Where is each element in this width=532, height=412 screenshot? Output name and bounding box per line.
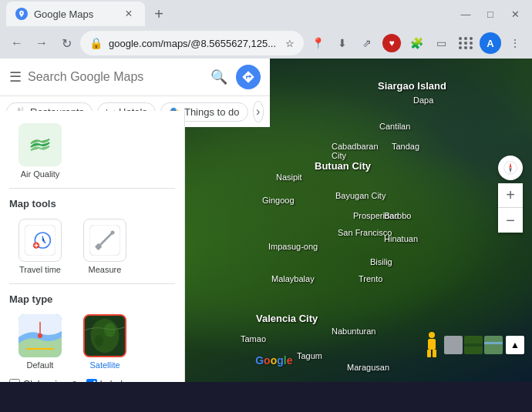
tab-groups-icon[interactable]: ▭	[430, 32, 452, 54]
city-label-cabadbaran: CabadbaranCity	[332, 142, 379, 160]
map-type-row: Default Satellite	[9, 311, 175, 373]
svg-rect-24	[464, 343, 483, 347]
city-label-trento: Trento	[359, 274, 382, 283]
layer-thumb-1[interactable]	[444, 336, 463, 354]
zoom-controls: + −	[498, 183, 523, 233]
city-label-tandag: Tandag	[392, 142, 419, 151]
title-bar: Google Maps × + — □ ✕	[0, 0, 532, 28]
default-map-label: Default	[27, 360, 54, 370]
profile-button[interactable]: A	[480, 32, 501, 54]
city-label-bislig: Bisilig	[370, 257, 392, 266]
location-icon[interactable]: 📍	[307, 32, 328, 54]
labels-checkbox[interactable]	[86, 379, 97, 382]
layer-thumb-3[interactable]	[484, 336, 503, 354]
google-logo: Google	[255, 354, 292, 367]
svg-rect-19	[428, 339, 436, 350]
fav-circle: ♥	[382, 34, 401, 52]
city-label-siargao: Siargao Island	[378, 80, 446, 92]
map-type-title: Map type	[9, 293, 175, 305]
search-input[interactable]	[28, 70, 202, 84]
bookmark-icon[interactable]: ☆	[285, 38, 295, 49]
measure-item[interactable]: Measure	[74, 216, 136, 277]
browser-chrome: Google Maps × + — □ ✕ ← → ↻ 🔒 google.com…	[0, 0, 532, 59]
active-tab[interactable]: Google Maps ×	[6, 2, 145, 26]
svg-point-13	[104, 323, 116, 337]
forward-button[interactable]: →	[31, 32, 52, 54]
divider-2	[9, 283, 175, 284]
hamburger-menu[interactable]: ☰	[9, 69, 22, 85]
svg-rect-9	[19, 337, 62, 357]
air-quality-label: Air Quality	[21, 169, 60, 179]
travel-time-label: Travel time	[19, 265, 61, 274]
expand-button[interactable]: ▲	[506, 336, 524, 354]
layer-thumb-2[interactable]	[464, 336, 483, 354]
default-map-icon	[19, 314, 62, 357]
directions-button[interactable]	[236, 65, 261, 89]
svg-point-12	[90, 319, 119, 353]
city-label-malaybalay: Malaybalay	[271, 274, 315, 283]
zoom-out-button[interactable]: −	[498, 208, 523, 233]
extensions-icon[interactable]: 🧩	[406, 32, 427, 54]
city-label-cantilan: Cantilan	[379, 122, 410, 131]
air-quality-item[interactable]: Air Quality	[9, 120, 71, 182]
globe-view-checkbox[interactable]	[9, 379, 20, 382]
city-label-dapa: Dapa	[413, 95, 433, 105]
svg-point-10	[38, 333, 42, 338]
menu-icon[interactable]: ⋮	[504, 32, 526, 54]
tab-favicon	[15, 8, 28, 20]
svg-rect-22	[444, 336, 463, 354]
compass-button[interactable]	[498, 156, 523, 180]
side-panel: Air Quality Map tools Travel time	[0, 111, 185, 382]
globe-labels-row: Globe view ? Labels	[9, 379, 175, 382]
apps-button[interactable]	[455, 32, 476, 54]
maximize-btn[interactable]: □	[480, 3, 501, 25]
city-label-butuan: Butuan City	[315, 160, 371, 172]
search-input-wrap[interactable]	[28, 70, 202, 84]
labels-item: Labels	[86, 379, 127, 382]
city-label-barobo: Barobo	[384, 211, 411, 220]
minimize-btn[interactable]: —	[455, 3, 476, 25]
default-map-item[interactable]: Default	[9, 311, 71, 373]
svg-point-14	[95, 335, 103, 347]
city-label-bayugan: Bayugan City	[335, 191, 386, 200]
window-controls: — □ ✕	[455, 3, 526, 25]
measure-icon-box	[83, 219, 126, 262]
back-button[interactable]: ←	[6, 32, 28, 54]
svg-rect-26	[484, 342, 503, 344]
reload-button[interactable]: ↻	[56, 32, 77, 54]
svg-point-18	[429, 332, 435, 338]
svg-rect-20	[427, 350, 431, 357]
url-text: google.com/maps/@8.5655627,125...	[109, 38, 279, 49]
tab-close-btn[interactable]: ×	[122, 7, 136, 21]
globe-view-item: Globe view ?	[9, 379, 77, 382]
layer-thumbnails	[444, 336, 503, 354]
travel-time-icon-box	[19, 219, 62, 262]
download-icon[interactable]: ⬇	[332, 32, 353, 54]
city-label-hinatuan: Hinatuan	[384, 234, 418, 243]
satellite-map-label: Satellite	[89, 360, 120, 370]
tab-title: Google Maps	[34, 8, 93, 20]
close-btn[interactable]: ✕	[504, 3, 526, 25]
pegman-button[interactable]	[423, 330, 441, 360]
fav-icon[interactable]: ♥	[381, 32, 402, 54]
city-label-maragusan: Maragusan	[347, 363, 389, 372]
address-bar: ← → ↻ 🔒 google.com/maps/@8.5655627,125..…	[0, 28, 532, 59]
url-bar[interactable]: 🔒 google.com/maps/@8.5655627,125... ☆	[80, 31, 304, 55]
satellite-icon-wrap	[83, 314, 126, 360]
more-categories-btn[interactable]: ›	[253, 101, 264, 122]
globe-help-icon[interactable]: ?	[72, 380, 76, 382]
city-label-valencia: Valencia City	[256, 313, 318, 324]
tab-things-label: Things to do	[184, 106, 240, 118]
measure-label: Measure	[89, 265, 122, 274]
travel-time-item[interactable]: Travel time	[9, 216, 71, 277]
lock-icon: 🔒	[89, 37, 103, 49]
new-tab-button[interactable]: +	[148, 3, 170, 25]
share-icon[interactable]: ⇗	[356, 32, 378, 54]
globe-view-label: Globe view	[23, 379, 69, 382]
divider-1	[9, 188, 175, 189]
satellite-map-item[interactable]: Satellite	[74, 311, 136, 373]
map-tools-title: Map tools	[9, 198, 175, 209]
zoom-in-button[interactable]: +	[498, 183, 523, 208]
search-button[interactable]: 🔍	[208, 66, 230, 88]
bottom-controls: ▲	[423, 330, 524, 360]
